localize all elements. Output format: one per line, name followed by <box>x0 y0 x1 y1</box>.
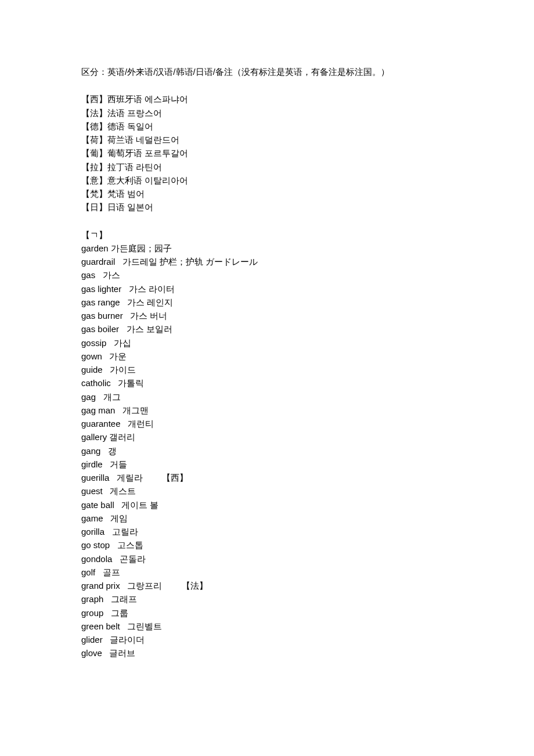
section-label: 【ㄱ】 <box>81 228 453 242</box>
legend-item: 【德】德语 독일어 <box>81 120 453 133</box>
vocab-entry: gas range 가스 레인지 <box>81 296 453 309</box>
document-page: 区分：英语/外来语/汉语/韩语/日语/备注（没有标注是英语，有备注是标注国。） … <box>0 0 534 756</box>
vocab-entry: catholic 가톨릭 <box>81 376 453 390</box>
vocab-entry: glove 글러브 <box>81 646 453 660</box>
vocab-entry: gag 개그 <box>81 390 453 404</box>
vocab-entry: gas boiler 가스 보일러 <box>81 322 453 336</box>
vocab-entry: gorilla 고릴라 <box>81 525 453 538</box>
vocab-entry: gas burner 가스 버너 <box>81 309 453 322</box>
vocab-entry: gown 가운 <box>81 350 453 363</box>
legend-item: 【法】法语 프랑스어 <box>81 106 453 120</box>
vocab-entry: gallery 갤러리 <box>81 430 453 444</box>
vocab-entry: go stop 고스톱 <box>81 538 453 552</box>
vocab-entry: gondola 곤돌라 <box>81 552 453 566</box>
vocab-entry: gossip 가십 <box>81 336 453 350</box>
vocab-entry: gate ball 게이트 볼 <box>81 498 453 512</box>
vocab-entry: guarantee 개런티 <box>81 417 453 430</box>
vocab-entry: gas 가스 <box>81 268 453 282</box>
vocab-entry: gang 갱 <box>81 444 453 458</box>
vocab-entry: guide 가이드 <box>81 363 453 376</box>
vocab-entry: girdle 거들 <box>81 458 453 471</box>
vocab-entry: guardrail 가드레일 护栏；护轨 ガードレール <box>81 255 453 268</box>
legend-item: 【葡】葡萄牙语 포르투갈어 <box>81 146 453 160</box>
vocab-entry: guerilla 게릴라 【西】 <box>81 471 453 484</box>
legend-item: 【拉】拉丁语 라틴어 <box>81 160 453 174</box>
legend-item: 【意】意大利语 이탈리아어 <box>81 174 453 187</box>
vocab-entry: gag man 개그맨 <box>81 404 453 417</box>
vocab-entry: green belt 그린벨트 <box>81 620 453 633</box>
vocab-entry: gas lighter 가스 라이터 <box>81 282 453 296</box>
vocab-entry: group 그룹 <box>81 606 453 620</box>
vocab-entry: graph 그래프 <box>81 592 453 606</box>
vocab-entry: golf 골프 <box>81 566 453 579</box>
legend-item: 【日】日语 일본어 <box>81 200 453 214</box>
vocab-entry: guest 게스트 <box>81 484 453 498</box>
legend-item: 【梵】梵语 범어 <box>81 187 453 200</box>
vocab-entry: grand prix 그랑프리 【法】 <box>81 579 453 592</box>
entries-block: garden 가든庭园；园子 guardrail 가드레일 护栏；护轨 ガードレ… <box>81 242 453 660</box>
vocab-entry: garden 가든庭园；园子 <box>81 242 453 255</box>
legend-item: 【荷】荷兰语 네덜란드어 <box>81 133 453 146</box>
vocab-entry: game 게임 <box>81 512 453 525</box>
header-line: 区分：英语/外来语/汉语/韩语/日语/备注（没有标注是英语，有备注是标注国。） <box>81 65 453 78</box>
vocab-entry: glider 글라이더 <box>81 633 453 646</box>
legend-item: 【西】西班牙语 에스파냐어 <box>81 92 453 106</box>
legend-block: 【西】西班牙语 에스파냐어 【法】法语 프랑스어 【德】德语 독일어 【荷】荷兰… <box>81 92 453 214</box>
